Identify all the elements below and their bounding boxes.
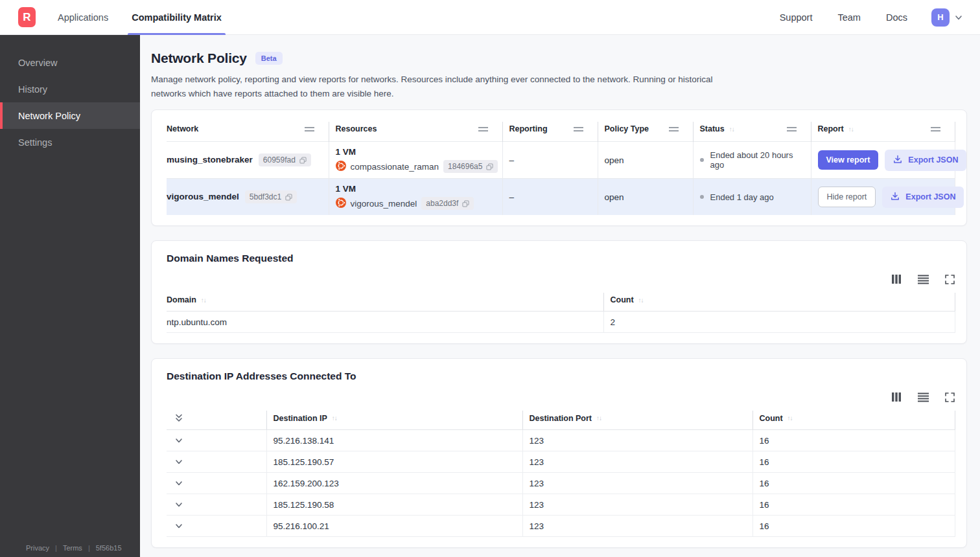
column-header-destination-port[interactable]: Destination Port xyxy=(522,411,752,430)
column-header-expand-all xyxy=(167,411,266,430)
user-avatar[interactable]: H xyxy=(931,8,950,27)
count-cell: 2 xyxy=(603,312,955,333)
export-json-button[interactable]: Export JSON xyxy=(882,187,964,208)
chevron-down-icon[interactable] xyxy=(174,521,183,530)
download-icon xyxy=(893,155,902,166)
rows-icon[interactable] xyxy=(917,391,929,403)
chevron-down-icon[interactable] xyxy=(174,479,183,488)
drag-handle-icon[interactable] xyxy=(669,127,679,131)
sort-icon[interactable] xyxy=(201,297,206,304)
policy-type-cell: open xyxy=(598,179,693,216)
copy-icon[interactable] xyxy=(299,157,307,164)
sort-icon[interactable] xyxy=(596,415,601,422)
sort-icon[interactable] xyxy=(788,415,793,422)
drag-handle-icon[interactable] xyxy=(931,127,940,131)
columns-icon[interactable] xyxy=(891,273,902,285)
network-name: musing_stonebraker xyxy=(167,155,253,165)
chevron-down-icon[interactable] xyxy=(174,436,183,445)
ubuntu-icon xyxy=(336,161,346,173)
resources-cell: 1 VM compassionate_raman 184696a5 xyxy=(329,142,502,179)
column-header-destination-ip[interactable]: Destination IP xyxy=(266,411,522,430)
tab-compatibility-matrix[interactable]: Compatibility Matrix xyxy=(132,0,222,35)
count-cell: 16 xyxy=(752,430,955,451)
column-header-domain[interactable]: Domain xyxy=(167,293,603,312)
sort-icon[interactable] xyxy=(729,126,734,133)
expander-cell xyxy=(167,494,266,516)
export-json-button[interactable]: Export JSON xyxy=(885,150,966,171)
domains-table: Domain Count ntp.ubuntu.com 2 xyxy=(167,293,955,333)
nav-link-support[interactable]: Support xyxy=(780,12,813,23)
vm-count: 1 VM xyxy=(336,147,496,157)
destination-port-cell: 123 xyxy=(522,494,752,516)
chevron-down-icon[interactable] xyxy=(954,13,963,22)
drag-handle-icon[interactable] xyxy=(787,127,797,131)
domains-card: Domain Names Requested Domain Count ntp.… xyxy=(151,240,967,344)
copy-icon[interactable] xyxy=(462,200,469,207)
sidebar-item-overview[interactable]: Overview xyxy=(0,49,140,76)
copy-icon[interactable] xyxy=(285,194,292,201)
page-title: Network Policy xyxy=(151,51,247,66)
sidebar-footer: Privacy | Terms | 5f56b15 xyxy=(0,544,140,552)
chevron-down-icon[interactable] xyxy=(174,500,183,509)
report-cell: Hide report Export JSON xyxy=(811,179,955,216)
column-header-count[interactable]: Count xyxy=(752,411,955,430)
report-cell: View report Export JSON xyxy=(811,142,955,179)
count-cell: 16 xyxy=(752,494,955,516)
network-id-badge: 60959fad xyxy=(259,153,311,166)
sort-icon[interactable] xyxy=(638,297,644,304)
hide-report-button[interactable]: Hide report xyxy=(818,187,876,207)
expander-cell xyxy=(167,473,266,494)
double-chevron-down-icon[interactable] xyxy=(174,413,183,423)
count-cell: 16 xyxy=(752,451,955,473)
tab-applications[interactable]: Applications xyxy=(58,0,108,35)
destinations-card: Destination IP Addresses Connected To De… xyxy=(151,358,967,548)
app-logo-letter: R xyxy=(23,11,30,24)
network-id-badge: 5bdf3dc1 xyxy=(245,190,297,203)
columns-icon[interactable] xyxy=(891,391,902,403)
sidebar-item-network-policy[interactable]: Network Policy xyxy=(0,102,140,129)
destination-row: 185.125.190.57 123 16 xyxy=(167,451,955,473)
destination-port-cell: 123 xyxy=(522,516,752,537)
nav-link-docs[interactable]: Docs xyxy=(886,12,907,23)
drag-handle-icon[interactable] xyxy=(574,127,583,131)
expand-icon[interactable] xyxy=(944,273,955,285)
column-header-count[interactable]: Count xyxy=(603,293,955,312)
resources-cell: 1 VM vigorous_mendel aba2dd3f xyxy=(329,179,502,216)
column-header-policy-type: Policy Type xyxy=(598,122,693,142)
expander-cell xyxy=(167,430,266,451)
domain-cell: ntp.ubuntu.com xyxy=(167,312,603,333)
ubuntu-icon xyxy=(336,198,346,210)
networks-card: Network Resources Reporting Policy Type … xyxy=(151,109,967,226)
app-logo[interactable]: R xyxy=(18,7,36,27)
destination-ip-cell: 162.159.200.123 xyxy=(266,473,522,494)
drag-handle-icon[interactable] xyxy=(478,127,488,131)
copy-icon[interactable] xyxy=(486,163,493,170)
sidebar-item-settings[interactable]: Settings xyxy=(0,129,140,155)
destination-ip-cell: 185.125.190.58 xyxy=(266,494,522,516)
sort-icon[interactable] xyxy=(848,126,854,133)
privacy-link[interactable]: Privacy xyxy=(26,544,49,552)
column-header-status[interactable]: Status xyxy=(693,122,811,142)
terms-link[interactable]: Terms xyxy=(63,544,82,552)
destination-row: 95.216.138.141 123 16 xyxy=(167,430,955,451)
resource-id-badge: aba2dd3f xyxy=(421,197,474,210)
drag-handle-icon[interactable] xyxy=(305,127,314,131)
networks-table: Network Resources Reporting Policy Type … xyxy=(167,122,955,215)
rows-icon[interactable] xyxy=(917,273,929,285)
destination-row: 185.125.190.58 123 16 xyxy=(167,494,955,516)
sort-icon[interactable] xyxy=(332,415,337,422)
sidebar: Overview History Network Policy Settings… xyxy=(0,35,140,557)
networks-header-row: Network Resources Reporting Policy Type … xyxy=(167,122,955,142)
count-cell: 16 xyxy=(752,473,955,494)
domains-card-title: Domain Names Requested xyxy=(167,253,955,264)
chevron-down-icon[interactable] xyxy=(174,457,183,466)
expand-icon[interactable] xyxy=(944,391,955,403)
view-report-button[interactable]: View report xyxy=(818,150,879,170)
expander-cell xyxy=(167,516,266,537)
footer-divider: | xyxy=(88,544,90,552)
nav-link-team[interactable]: Team xyxy=(837,12,860,23)
destinations-header-row: Destination IP Destination Port Count xyxy=(167,411,955,430)
sidebar-item-history[interactable]: History xyxy=(0,76,140,102)
build-id: 5f56b15 xyxy=(96,544,122,552)
column-header-report[interactable]: Report xyxy=(811,122,955,142)
